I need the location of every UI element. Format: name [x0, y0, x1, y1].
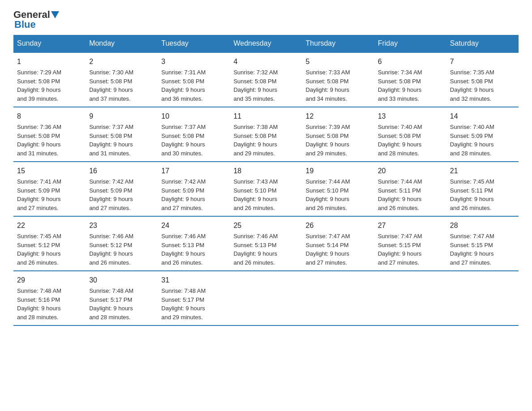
- sunrise-info: Sunrise: 7:29 AMSunset: 5:08 PMDaylight:…: [17, 69, 61, 102]
- day-number: 8: [17, 111, 82, 122]
- calendar-cell: 3Sunrise: 7:31 AMSunset: 5:08 PMDaylight…: [158, 52, 230, 107]
- sunrise-info: Sunrise: 7:38 AMSunset: 5:08 PMDaylight:…: [233, 124, 278, 157]
- col-header-tuesday: Tuesday: [158, 35, 230, 52]
- day-number: 3: [161, 56, 226, 67]
- sunrise-info: Sunrise: 7:40 AMSunset: 5:09 PMDaylight:…: [450, 124, 494, 157]
- day-number: 10: [161, 111, 226, 122]
- sunrise-info: Sunrise: 7:31 AMSunset: 5:08 PMDaylight:…: [161, 69, 206, 102]
- sunrise-info: Sunrise: 7:45 AMSunset: 5:12 PMDaylight:…: [17, 233, 61, 266]
- sunrise-info: Sunrise: 7:32 AMSunset: 5:08 PMDaylight:…: [233, 69, 278, 102]
- calendar-cell: [302, 271, 374, 325]
- sunrise-info: Sunrise: 7:46 AMSunset: 5:13 PMDaylight:…: [233, 233, 278, 266]
- calendar-cell: 23Sunrise: 7:46 AMSunset: 5:12 PMDayligh…: [86, 216, 158, 271]
- calendar-cell: 5Sunrise: 7:33 AMSunset: 5:08 PMDaylight…: [302, 52, 374, 107]
- calendar-cell: 15Sunrise: 7:41 AMSunset: 5:09 PMDayligh…: [13, 162, 86, 216]
- calendar-cell: 31Sunrise: 7:48 AMSunset: 5:17 PMDayligh…: [158, 271, 230, 325]
- sunrise-info: Sunrise: 7:36 AMSunset: 5:08 PMDaylight:…: [17, 124, 61, 157]
- logo: General Blue: [13, 9, 59, 30]
- calendar-cell: 20Sunrise: 7:44 AMSunset: 5:11 PMDayligh…: [374, 162, 446, 216]
- calendar-week-row: 8Sunrise: 7:36 AMSunset: 5:08 PMDaylight…: [13, 107, 519, 162]
- calendar-cell: 22Sunrise: 7:45 AMSunset: 5:12 PMDayligh…: [13, 216, 86, 271]
- day-number: 30: [89, 275, 154, 286]
- calendar-table: SundayMondayTuesdayWednesdayThursdayFrid…: [13, 35, 519, 326]
- day-number: 22: [17, 220, 82, 231]
- sunrise-info: Sunrise: 7:30 AMSunset: 5:08 PMDaylight:…: [89, 69, 133, 102]
- day-number: 23: [89, 220, 154, 231]
- day-number: 11: [233, 111, 298, 122]
- day-number: 1: [17, 56, 82, 67]
- day-number: 29: [17, 275, 82, 286]
- day-number: 6: [378, 56, 443, 67]
- calendar-cell: 12Sunrise: 7:39 AMSunset: 5:08 PMDayligh…: [302, 107, 374, 162]
- calendar-cell: 25Sunrise: 7:46 AMSunset: 5:13 PMDayligh…: [230, 216, 302, 271]
- calendar-cell: 16Sunrise: 7:42 AMSunset: 5:09 PMDayligh…: [86, 162, 158, 216]
- calendar-cell: 11Sunrise: 7:38 AMSunset: 5:08 PMDayligh…: [230, 107, 302, 162]
- day-number: 31: [161, 275, 226, 286]
- day-number: 4: [233, 56, 298, 67]
- calendar-cell: [446, 271, 519, 325]
- sunrise-info: Sunrise: 7:42 AMSunset: 5:09 PMDaylight:…: [161, 178, 206, 211]
- day-number: 17: [161, 166, 226, 176]
- sunrise-info: Sunrise: 7:48 AMSunset: 5:17 PMDaylight:…: [89, 287, 133, 321]
- day-number: 25: [233, 220, 298, 231]
- sunrise-info: Sunrise: 7:33 AMSunset: 5:08 PMDaylight:…: [306, 69, 350, 102]
- day-number: 24: [161, 220, 226, 231]
- page-header: General Blue: [13, 9, 519, 30]
- calendar-cell: 29Sunrise: 7:48 AMSunset: 5:16 PMDayligh…: [13, 271, 86, 325]
- sunrise-info: Sunrise: 7:34 AMSunset: 5:08 PMDaylight:…: [378, 69, 422, 102]
- calendar-cell: 30Sunrise: 7:48 AMSunset: 5:17 PMDayligh…: [86, 271, 158, 325]
- calendar-cell: 28Sunrise: 7:47 AMSunset: 5:15 PMDayligh…: [446, 216, 519, 271]
- calendar-cell: 19Sunrise: 7:44 AMSunset: 5:10 PMDayligh…: [302, 162, 374, 216]
- day-number: 16: [89, 166, 154, 176]
- calendar-cell: 9Sunrise: 7:37 AMSunset: 5:08 PMDaylight…: [86, 107, 158, 162]
- sunrise-info: Sunrise: 7:47 AMSunset: 5:15 PMDaylight:…: [378, 233, 422, 266]
- sunrise-info: Sunrise: 7:40 AMSunset: 5:08 PMDaylight:…: [378, 124, 422, 157]
- sunrise-info: Sunrise: 7:44 AMSunset: 5:10 PMDaylight:…: [306, 178, 350, 211]
- calendar-week-row: 15Sunrise: 7:41 AMSunset: 5:09 PMDayligh…: [13, 162, 519, 216]
- sunrise-info: Sunrise: 7:42 AMSunset: 5:09 PMDaylight:…: [89, 178, 133, 211]
- col-header-saturday: Saturday: [446, 35, 519, 52]
- day-number: 26: [306, 220, 371, 231]
- calendar-cell: 17Sunrise: 7:42 AMSunset: 5:09 PMDayligh…: [158, 162, 230, 216]
- calendar-cell: 7Sunrise: 7:35 AMSunset: 5:08 PMDaylight…: [446, 52, 519, 107]
- calendar-cell: 24Sunrise: 7:46 AMSunset: 5:13 PMDayligh…: [158, 216, 230, 271]
- calendar-cell: 21Sunrise: 7:45 AMSunset: 5:11 PMDayligh…: [446, 162, 519, 216]
- day-number: 20: [378, 166, 443, 176]
- col-header-wednesday: Wednesday: [230, 35, 302, 52]
- sunrise-info: Sunrise: 7:45 AMSunset: 5:11 PMDaylight:…: [450, 178, 494, 211]
- calendar-week-row: 1Sunrise: 7:29 AMSunset: 5:08 PMDaylight…: [13, 52, 519, 107]
- day-number: 2: [89, 56, 154, 67]
- sunrise-info: Sunrise: 7:41 AMSunset: 5:09 PMDaylight:…: [17, 178, 61, 211]
- sunrise-info: Sunrise: 7:44 AMSunset: 5:11 PMDaylight:…: [378, 178, 422, 211]
- col-header-thursday: Thursday: [302, 35, 374, 52]
- calendar-cell: 13Sunrise: 7:40 AMSunset: 5:08 PMDayligh…: [374, 107, 446, 162]
- sunrise-info: Sunrise: 7:35 AMSunset: 5:08 PMDaylight:…: [450, 69, 494, 102]
- calendar-week-row: 22Sunrise: 7:45 AMSunset: 5:12 PMDayligh…: [13, 216, 519, 271]
- sunrise-info: Sunrise: 7:48 AMSunset: 5:16 PMDaylight:…: [17, 287, 61, 321]
- col-header-friday: Friday: [374, 35, 446, 52]
- sunrise-info: Sunrise: 7:46 AMSunset: 5:12 PMDaylight:…: [89, 233, 133, 266]
- calendar-cell: 1Sunrise: 7:29 AMSunset: 5:08 PMDaylight…: [13, 52, 86, 107]
- day-number: 7: [450, 56, 515, 67]
- day-number: 9: [89, 111, 154, 122]
- calendar-cell: 26Sunrise: 7:47 AMSunset: 5:14 PMDayligh…: [302, 216, 374, 271]
- day-number: 28: [450, 220, 515, 231]
- day-number: 21: [450, 166, 515, 176]
- logo-text-blue: Blue: [14, 19, 36, 30]
- day-number: 27: [378, 220, 443, 231]
- calendar-cell: 4Sunrise: 7:32 AMSunset: 5:08 PMDaylight…: [230, 52, 302, 107]
- calendar-cell: 10Sunrise: 7:37 AMSunset: 5:08 PMDayligh…: [158, 107, 230, 162]
- calendar-cell: 18Sunrise: 7:43 AMSunset: 5:10 PMDayligh…: [230, 162, 302, 216]
- calendar-cell: [374, 271, 446, 325]
- sunrise-info: Sunrise: 7:39 AMSunset: 5:08 PMDaylight:…: [306, 124, 350, 157]
- calendar-cell: 2Sunrise: 7:30 AMSunset: 5:08 PMDaylight…: [86, 52, 158, 107]
- day-number: 19: [306, 166, 371, 176]
- day-number: 12: [306, 111, 371, 122]
- calendar-week-row: 29Sunrise: 7:48 AMSunset: 5:16 PMDayligh…: [13, 271, 519, 325]
- sunrise-info: Sunrise: 7:47 AMSunset: 5:14 PMDaylight:…: [306, 233, 350, 266]
- logo-triangle-icon: [51, 11, 59, 19]
- day-number: 18: [233, 166, 298, 176]
- calendar-cell: 6Sunrise: 7:34 AMSunset: 5:08 PMDaylight…: [374, 52, 446, 107]
- sunrise-info: Sunrise: 7:46 AMSunset: 5:13 PMDaylight:…: [161, 233, 206, 266]
- sunrise-info: Sunrise: 7:43 AMSunset: 5:10 PMDaylight:…: [233, 178, 278, 211]
